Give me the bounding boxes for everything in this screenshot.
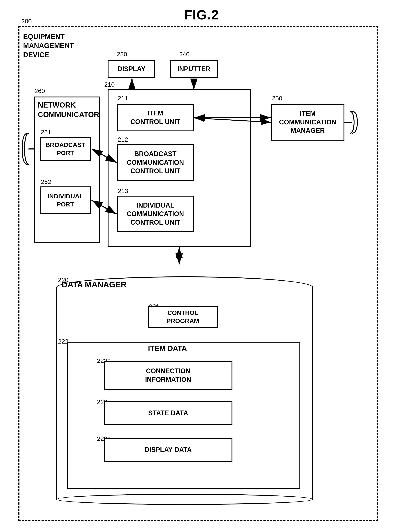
broadcast-port-box: BROADCAST PORT [40,137,91,161]
page-title: FIG.2 [184,7,219,22]
individual-comm-ctrl-box: INDIVIDUAL COMMUNICATION CONTROL UNIT [117,196,194,232]
network-communicator-title: NETWORK COMMUNICATOR [38,100,99,119]
ref-260: 260 [34,87,45,95]
ref-212: 212 [118,136,128,143]
inputter-box: INPUTTER [170,60,218,78]
data-manager-label: DATA MANAGER [62,280,127,289]
display-box: DISPLAY [108,60,155,78]
ref-261: 261 [41,129,51,136]
main-container: 200 EQUIPMENT MANAGEMENT DEVICE 230 240 … [18,26,378,521]
ref-250: 250 [272,95,282,102]
ref-200: 200 [21,18,32,25]
item-control-unit-box: ITEM CONTROL UNIT [117,104,194,131]
ref-213: 213 [118,187,128,195]
ref-230: 230 [117,51,127,58]
ref-222: 222 [58,338,69,345]
broadcast-comm-ctrl-box: BROADCAST COMMUNICATION CONTROL UNIT [117,144,194,181]
state-data-box: STATE DATA [104,401,232,425]
connection-info-box: CONNECTION INFORMATION [104,361,232,390]
item-comm-manager-box: ITEM COMMUNICATION MANAGER [271,104,345,140]
ref-210: 210 [104,81,115,88]
control-program-box: CONTROL PROGRAM [148,306,218,328]
data-manager-container: 220 DATA MANAGER 221 CONTROL PROGRAM 222… [56,262,313,504]
cylinder-bottom-ellipse [56,494,313,505]
ref-262: 262 [41,178,51,185]
item-data-title: ITEM DATA [148,344,187,353]
individual-port-box: INDIVIDUAL PORT [40,186,91,214]
equipment-label: EQUIPMENT MANAGEMENT DEVICE [23,32,74,59]
display-data-box: DISPLAY DATA [104,438,232,462]
ref-240: 240 [179,51,190,58]
ref-211: 211 [118,95,128,102]
